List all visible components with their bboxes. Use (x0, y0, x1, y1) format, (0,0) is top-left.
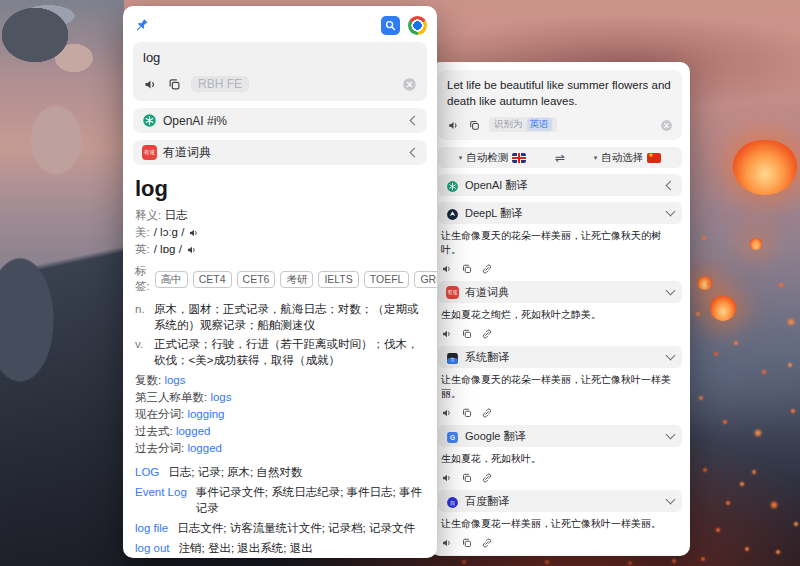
definition-text: 原木，圆材；正式记录，航海日志；对数；（定期或系统的）观察记录；船舶测速仪 (154, 301, 425, 333)
form-row: 现在分词: logging (135, 406, 425, 423)
form-link[interactable]: logging (187, 408, 224, 420)
clear-input-icon[interactable] (660, 118, 673, 131)
query-input-box[interactable]: log RBH FE (133, 42, 427, 101)
chevron-down-icon: ▾ (459, 154, 463, 162)
tag-badge: GRE (414, 271, 437, 288)
phonetic-label: 英: (135, 241, 150, 258)
phrase-row: Event Log事件记录文件; 系统日志纪录; 事件日志; 事件记录 (135, 484, 425, 516)
pos-label: n. (135, 301, 149, 333)
gloss-label: 释义: (135, 209, 161, 221)
link-icon[interactable] (481, 261, 493, 273)
form-row: 过去式: logged (135, 423, 425, 440)
copy-icon[interactable] (461, 326, 473, 338)
service-header[interactable]: OpenAI 翻译 (438, 174, 682, 196)
baidu-translate-icon: 百 (446, 495, 459, 508)
service-bar-openai[interactable]: OpenAI #i% (133, 108, 427, 133)
tag-badge: 高中 (155, 271, 188, 288)
source-language-label: 自动检测 (466, 151, 508, 165)
speaker-icon[interactable] (441, 470, 453, 482)
tag-badge: CET6 (237, 271, 276, 288)
speaker-icon[interactable] (186, 244, 198, 256)
speaker-icon[interactable] (441, 326, 453, 338)
service-bar-youdao-dict[interactable]: 有道 有道词典 (133, 140, 427, 165)
service-volcano: 火山翻译 让生如夏花般美丽，死如秋叶般美丽。 (438, 555, 682, 556)
form-link[interactable]: logged (176, 425, 211, 437)
clear-input-icon[interactable] (402, 77, 417, 92)
speaker-icon[interactable] (441, 535, 453, 547)
link-icon[interactable] (481, 405, 493, 417)
speaker-icon[interactable] (188, 227, 200, 239)
form-row: 复数: logs (135, 372, 425, 389)
service-label: OpenAI #i% (163, 114, 405, 128)
phonetic-value: / lɔːg / (154, 224, 185, 241)
translation-popup: Let life be beautiful like summer flower… (430, 62, 690, 556)
speaker-icon[interactable] (441, 261, 453, 273)
chrome-icon[interactable] (408, 16, 427, 35)
link-icon[interactable] (481, 535, 493, 547)
service-header[interactable]: 有道 有道词典 (438, 281, 682, 303)
svg-text:G: G (450, 433, 455, 440)
definition-noun: n. 原木，圆材；正式记录，航海日志；对数；（定期或系统的）观察记录；船舶测速仪 (135, 301, 425, 333)
swap-languages-icon[interactable]: ⇌ (547, 151, 573, 165)
chevron-expanded-icon (666, 207, 676, 217)
phrase-link[interactable]: Event Log (135, 484, 187, 516)
exam-tags: 标签: 高中 CET4 CET6 考研 IELTS TOEFL GRE (135, 264, 425, 294)
pin-icon[interactable] (133, 17, 150, 34)
chevron-expanded-icon (666, 495, 676, 505)
detect-language[interactable]: 英语 (527, 118, 552, 131)
speaker-icon[interactable] (447, 118, 460, 131)
phrase-link[interactable]: log file (135, 520, 168, 536)
definition-verb: v. 正式记录；行驶，行进（若干距离或时间）；伐木，砍伐；<美>成功获得，取得（… (135, 336, 425, 368)
link-icon[interactable] (481, 326, 493, 338)
headword: log (135, 176, 425, 202)
phrase-def: 注销; 登出; 退出系统; 退出 (179, 540, 425, 556)
service-label: 系统翻译 (465, 350, 661, 365)
translate-extension-icon[interactable] (381, 16, 400, 35)
speaker-icon[interactable] (143, 77, 158, 92)
source-text[interactable]: Let life be beautiful like summer flower… (447, 77, 673, 109)
service-header[interactable]: DeepL 翻译 (438, 202, 682, 224)
copy-icon[interactable] (167, 77, 182, 92)
google-translate-icon: G (446, 430, 459, 443)
target-language-label: 自动选择 (601, 151, 643, 165)
query-text[interactable]: log (143, 50, 417, 65)
sky-lantern (697, 276, 712, 290)
service-google: G Google 翻译 生如夏花，死如秋叶。 (438, 425, 682, 484)
service-header[interactable]: G Google 翻译 (438, 425, 682, 447)
uk-flag-icon (512, 153, 526, 163)
service-label: Google 翻译 (465, 429, 661, 444)
form-label: 现在分词: (135, 408, 184, 420)
service-header[interactable]: 文 系统翻译 (438, 346, 682, 368)
source-language-select[interactable]: ▾ 自动检测 (438, 151, 547, 165)
speaker-icon[interactable] (441, 405, 453, 417)
target-language-select[interactable]: ▾ 自动选择 (573, 151, 682, 165)
form-link[interactable]: logs (210, 391, 231, 403)
service-header[interactable]: 百 百度翻译 (438, 490, 682, 512)
service-system: 文 系统翻译 让生命像夏天的花朵一样美丽，让死亡像秋叶一样美丽。 (438, 346, 682, 419)
phonetic-us: 美: / lɔːg / (135, 224, 425, 241)
phrase-def: 日志; 记录; 原木; 自然对数 (168, 464, 425, 480)
copy-icon[interactable] (461, 535, 473, 547)
service-openai: OpenAI 翻译 (438, 174, 682, 196)
link-icon[interactable] (481, 470, 493, 482)
tag-badge: CET4 (193, 271, 232, 288)
service-header[interactable]: 火山翻译 (438, 555, 682, 556)
form-link[interactable]: logs (164, 374, 185, 386)
definitions: n. 原木，圆材；正式记录，航海日志；对数；（定期或系统的）观察记录；船舶测速仪… (135, 301, 425, 368)
language-bar: ▾ 自动检测 ⇌ ▾ 自动选择 (438, 147, 682, 168)
source-text-box[interactable]: Let life be beautiful like summer flower… (438, 70, 682, 140)
service-deepl: DeepL 翻译 让生命像夏天的花朵一样美丽，让死亡像秋天的树叶。 (438, 202, 682, 275)
form-link[interactable]: logged (187, 442, 222, 454)
translation-result: 让生命像夏花一样美丽，让死亡像秋叶一样美丽。 (441, 517, 679, 531)
copy-icon[interactable] (461, 470, 473, 482)
chevron-collapsed-icon (410, 116, 420, 126)
phrase-link[interactable]: log out (135, 540, 170, 556)
copy-icon[interactable] (461, 261, 473, 273)
translation-result: 生如夏花之绚烂，死如秋叶之静美。 (441, 308, 679, 322)
copy-icon[interactable] (468, 118, 481, 131)
phonetic-uk: 英: / lɒg / (135, 241, 425, 258)
search-icon (383, 18, 398, 33)
copy-icon[interactable] (461, 405, 473, 417)
phrase-link[interactable]: LOG (135, 464, 159, 480)
dictionary-result: log 释义: 日志 美: / lɔːg / 英: / lɒg / 标签: 高中… (133, 165, 427, 558)
